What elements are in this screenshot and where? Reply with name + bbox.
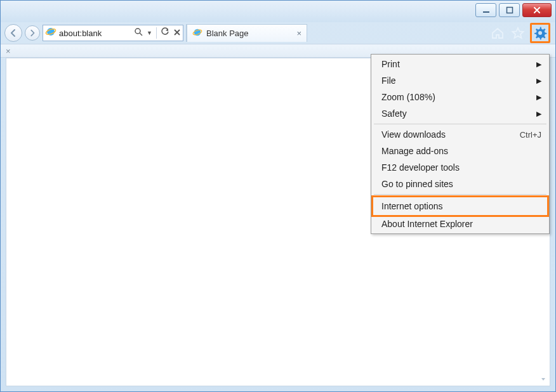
refresh-icon[interactable] bbox=[161, 27, 169, 39]
address-text[interactable]: about:blank bbox=[59, 29, 131, 38]
stop-icon[interactable] bbox=[173, 27, 181, 39]
menu-shortcut: Ctrl+J bbox=[520, 130, 541, 140]
address-bar[interactable]: about:blank ▼ bbox=[43, 25, 183, 41]
menu-separator bbox=[374, 124, 546, 124]
favorites-icon[interactable] bbox=[510, 25, 526, 41]
submenu-arrow-icon: ▶ bbox=[536, 60, 541, 69]
divider bbox=[156, 27, 157, 39]
search-icon[interactable] bbox=[134, 27, 143, 39]
submenu-arrow-icon: ▶ bbox=[536, 110, 541, 118]
ie-window: about:blank ▼ bbox=[0, 0, 556, 392]
gear-icon[interactable] bbox=[532, 25, 548, 41]
ie-logo-icon bbox=[192, 27, 202, 39]
menu-item-label: Safety bbox=[381, 108, 407, 119]
dropdown-icon[interactable]: ▼ bbox=[147, 30, 152, 36]
menu-separator bbox=[374, 194, 546, 195]
menu-item-label: Print bbox=[381, 59, 400, 69]
title-bar bbox=[1, 1, 555, 22]
svg-point-4 bbox=[135, 29, 140, 34]
menu-item-label: Internet options bbox=[381, 201, 443, 211]
menu-item-file[interactable]: File▶ bbox=[373, 72, 548, 89]
submenu-arrow-icon: ▶ bbox=[536, 93, 541, 101]
subtab-close-icon[interactable]: × bbox=[6, 46, 11, 56]
submenu-arrow-icon: ▶ bbox=[536, 77, 541, 85]
menu-item-print[interactable]: Print▶ bbox=[373, 56, 548, 72]
svg-line-5 bbox=[140, 33, 142, 36]
ie-logo-icon bbox=[45, 26, 56, 40]
menu-item-zoom-108[interactable]: Zoom (108%)▶ bbox=[373, 89, 548, 105]
tab-title: Blank Page bbox=[206, 29, 249, 38]
back-button[interactable] bbox=[4, 24, 22, 42]
scroll-down-icon[interactable] bbox=[538, 374, 548, 384]
menu-item-f12-developer-tools[interactable]: F12 developer tools bbox=[373, 159, 548, 176]
close-button[interactable] bbox=[522, 3, 552, 17]
menu-item-label: Zoom (108%) bbox=[381, 92, 435, 102]
menu-item-manage-add-ons[interactable]: Manage add-ons bbox=[373, 143, 548, 159]
forward-button[interactable] bbox=[25, 25, 40, 41]
menu-item-label: About Internet Explorer bbox=[381, 219, 473, 229]
tools-gear-highlight bbox=[530, 23, 550, 43]
menu-item-label: File bbox=[381, 75, 396, 86]
tab-close-icon[interactable]: × bbox=[296, 29, 301, 38]
browser-tab[interactable]: Blank Page × bbox=[187, 24, 307, 42]
maximize-button[interactable] bbox=[499, 3, 520, 17]
menu-item-about-internet-explorer[interactable]: About Internet Explorer bbox=[373, 216, 548, 232]
menu-item-label: Go to pinned sites bbox=[381, 179, 453, 189]
svg-rect-0 bbox=[483, 11, 489, 13]
menu-item-label: View downloads bbox=[381, 129, 446, 140]
home-icon[interactable] bbox=[489, 25, 506, 41]
tools-menu: Print▶File▶Zoom (108%)▶Safety▶View downl… bbox=[371, 54, 550, 234]
menu-item-safety[interactable]: Safety▶ bbox=[373, 105, 548, 122]
tab-strip: Blank Page × bbox=[186, 24, 313, 42]
menu-item-label: F12 developer tools bbox=[381, 162, 460, 173]
minimize-button[interactable] bbox=[475, 3, 496, 17]
svg-rect-1 bbox=[506, 8, 512, 13]
toolbar: about:blank ▼ bbox=[1, 22, 555, 44]
menu-item-view-downloads[interactable]: View downloadsCtrl+J bbox=[373, 126, 548, 143]
menu-item-go-to-pinned-sites[interactable]: Go to pinned sites bbox=[373, 176, 548, 192]
menu-item-label: Manage add-ons bbox=[381, 146, 448, 156]
menu-item-internet-options[interactable]: Internet options bbox=[373, 197, 548, 216]
svg-point-9 bbox=[538, 31, 542, 35]
